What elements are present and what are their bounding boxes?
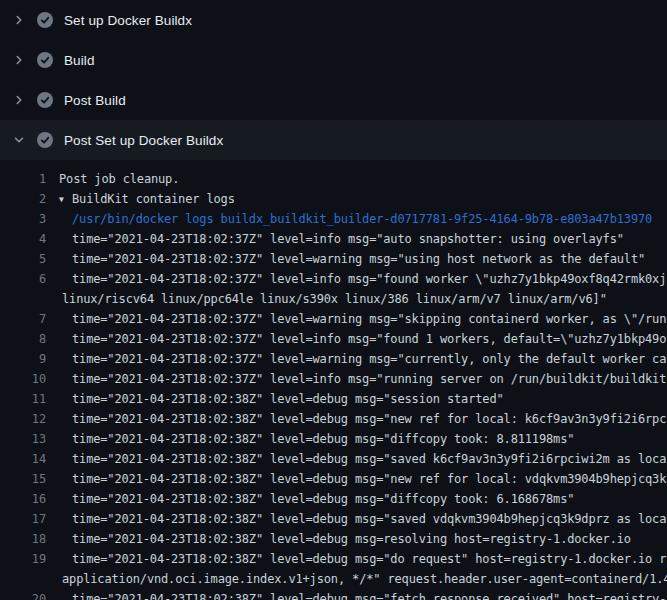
chevron-right-icon <box>12 12 26 28</box>
line-number[interactable]: 4 <box>0 229 46 249</box>
log-line: 12 time="2021-04-23T18:02:38Z" level=deb… <box>0 409 667 429</box>
log-text: /usr/bin/docker logs buildx_buildkit_bui… <box>46 209 652 229</box>
log-line: 15 time="2021-04-23T18:02:38Z" level=deb… <box>0 469 667 489</box>
log-line: 10 time="2021-04-23T18:02:37Z" level=inf… <box>0 369 667 389</box>
check-circle-icon <box>37 12 53 28</box>
line-number[interactable]: 6 <box>0 269 46 289</box>
log-group-header[interactable]: 2 ▼BuildKit container logs <box>0 189 667 209</box>
log-container: 1 Post job cleanup. 2 ▼BuildKit containe… <box>0 160 667 600</box>
line-number[interactable]: 9 <box>0 349 46 369</box>
line-number[interactable]: 3 <box>0 209 46 229</box>
log-text: time="2021-04-23T18:02:38Z" level=debug … <box>46 409 666 429</box>
log-text: time="2021-04-23T18:02:37Z" level=info m… <box>46 369 666 389</box>
step-header-post-build[interactable]: Post Build <box>0 80 667 120</box>
log-line: 6 time="2021-04-23T18:02:37Z" level=info… <box>0 269 667 289</box>
line-number[interactable]: 14 <box>0 449 46 469</box>
log-line: 16 time="2021-04-23T18:02:38Z" level=deb… <box>0 489 667 509</box>
actions-log-viewer: { "colors": { "bg": "#0d1117", "hl": "#1… <box>0 0 667 600</box>
log-viewport: Set up Docker Buildx Build Post Build <box>0 0 667 600</box>
line-number[interactable]: 18 <box>0 529 46 549</box>
line-number[interactable]: 20 <box>0 589 46 600</box>
step-header-post-set-up-docker-buildx[interactable]: Post Set up Docker Buildx <box>0 120 667 160</box>
log-text: time="2021-04-23T18:02:38Z" level=debug … <box>46 529 631 549</box>
line-number[interactable]: 10 <box>0 369 46 389</box>
chevron-right-icon <box>12 52 26 68</box>
log-line: linux/riscv64 linux/ppc64le linux/s390x … <box>0 289 667 309</box>
step-title: Post Set up Docker Buildx <box>64 133 223 148</box>
log-text: time="2021-04-23T18:02:37Z" level=info m… <box>46 269 666 289</box>
log-text: time="2021-04-23T18:02:38Z" level=debug … <box>46 589 666 600</box>
line-number[interactable]: 11 <box>0 389 46 409</box>
log-text: time="2021-04-23T18:02:37Z" level=warnin… <box>46 249 645 269</box>
log-line: 18 time="2021-04-23T18:02:38Z" level=deb… <box>0 529 667 549</box>
group-label: BuildKit container logs <box>72 192 235 206</box>
step-title: Set up Docker Buildx <box>64 13 192 28</box>
line-number[interactable]: 16 <box>0 489 46 509</box>
log-text: time="2021-04-23T18:02:38Z" level=debug … <box>46 429 574 449</box>
line-number[interactable]: 19 <box>0 549 46 569</box>
log-text: time="2021-04-23T18:02:37Z" level=warnin… <box>46 309 666 329</box>
line-number[interactable]: 13 <box>0 429 46 449</box>
log-text: time="2021-04-23T18:02:38Z" level=debug … <box>46 509 666 529</box>
line-number[interactable]: 12 <box>0 409 46 429</box>
log-text: linux/riscv64 linux/ppc64le linux/s390x … <box>46 289 607 309</box>
log-text: Post job cleanup. <box>46 169 179 189</box>
line-number[interactable]: 15 <box>0 469 46 489</box>
log-text: time="2021-04-23T18:02:38Z" level=debug … <box>46 449 666 469</box>
log-line: 5 time="2021-04-23T18:02:37Z" level=warn… <box>0 249 667 269</box>
steps-list: Set up Docker Buildx Build Post Build <box>0 0 667 160</box>
line-number <box>0 569 46 589</box>
chevron-right-icon <box>12 92 26 108</box>
line-number[interactable]: 1 <box>0 169 46 189</box>
log-text: time="2021-04-23T18:02:37Z" level=info m… <box>46 229 624 249</box>
log-line: 11 time="2021-04-23T18:02:38Z" level=deb… <box>0 389 667 409</box>
step-title: Post Build <box>64 93 126 108</box>
log-line: 14 time="2021-04-23T18:02:38Z" level=deb… <box>0 449 667 469</box>
log-text: time="2021-04-23T18:02:38Z" level=debug … <box>46 549 666 569</box>
log-line: 9 time="2021-04-23T18:02:37Z" level=warn… <box>0 349 667 369</box>
line-number <box>0 289 46 309</box>
line-number[interactable]: 17 <box>0 509 46 529</box>
log-line: 3 /usr/bin/docker logs buildx_buildkit_b… <box>0 209 667 229</box>
chevron-down-icon <box>12 132 26 148</box>
log-line: 17 time="2021-04-23T18:02:38Z" level=deb… <box>0 509 667 529</box>
log-line: 8 time="2021-04-23T18:02:37Z" level=info… <box>0 329 667 349</box>
line-number[interactable]: 8 <box>0 329 46 349</box>
log-line: application/vnd.oci.image.index.v1+json,… <box>0 569 667 589</box>
log-text: time="2021-04-23T18:02:37Z" level=warnin… <box>46 349 666 369</box>
line-number[interactable]: 5 <box>0 249 46 269</box>
log-text: time="2021-04-23T18:02:38Z" level=debug … <box>46 489 574 509</box>
log-line: 4 time="2021-04-23T18:02:37Z" level=info… <box>0 229 667 249</box>
log-text: ▼BuildKit container logs <box>46 189 235 209</box>
log-line: 19 time="2021-04-23T18:02:38Z" level=deb… <box>0 549 667 569</box>
log-line: 13 time="2021-04-23T18:02:38Z" level=deb… <box>0 429 667 449</box>
log-text: time="2021-04-23T18:02:37Z" level=info m… <box>46 329 666 349</box>
check-circle-icon <box>37 52 53 68</box>
log-text: time="2021-04-23T18:02:38Z" level=debug … <box>46 469 666 489</box>
step-header-set-up-docker-buildx[interactable]: Set up Docker Buildx <box>0 0 667 40</box>
log-text: time="2021-04-23T18:02:38Z" level=debug … <box>46 389 504 409</box>
log-line: 20 time="2021-04-23T18:02:38Z" level=deb… <box>0 589 667 600</box>
step-header-build[interactable]: Build <box>0 40 667 80</box>
log-text: application/vnd.oci.image.index.v1+json,… <box>46 569 667 589</box>
log-line: 1 Post job cleanup. <box>0 169 667 189</box>
triangle-down-icon: ▼ <box>59 190 72 210</box>
check-circle-icon <box>37 92 53 108</box>
line-number[interactable]: 7 <box>0 309 46 329</box>
step-title: Build <box>64 53 95 68</box>
check-circle-icon <box>37 132 53 148</box>
log-line: 7 time="2021-04-23T18:02:37Z" level=warn… <box>0 309 667 329</box>
line-number[interactable]: 2 <box>0 189 46 209</box>
